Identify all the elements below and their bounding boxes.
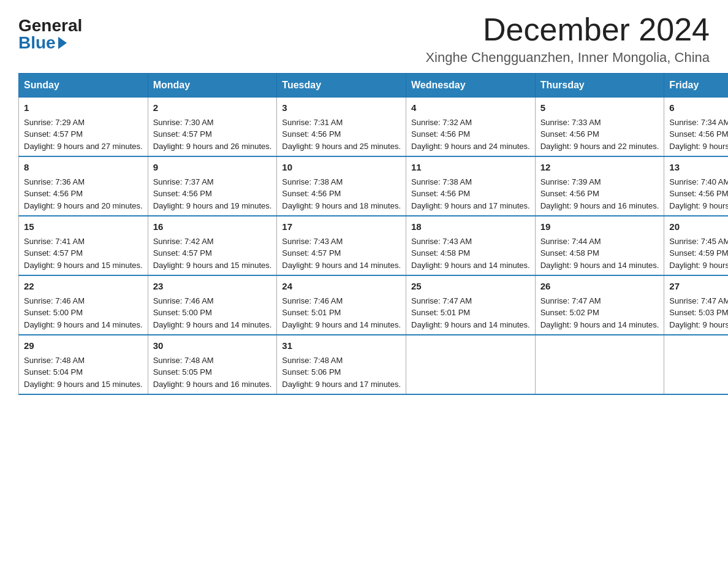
day-number: 13 <box>669 161 728 175</box>
sunrise-info: Sunrise: 7:41 AM <box>24 237 85 246</box>
calendar-day-cell: 25 Sunrise: 7:47 AM Sunset: 5:01 PM Dayl… <box>406 275 536 335</box>
days-of-week-row: SundayMondayTuesdayWednesdayThursdayFrid… <box>19 74 729 98</box>
sunset-info: Sunset: 4:57 PM <box>282 248 341 258</box>
page-header: General Blue December 2024 Xinghe Chengg… <box>18 12 710 66</box>
sunset-info: Sunset: 4:57 PM <box>24 129 83 139</box>
sunrise-info: Sunrise: 7:37 AM <box>153 177 214 186</box>
daylight-info: Daylight: 9 hours and 14 minutes. <box>540 320 659 329</box>
calendar-day-cell: 18 Sunrise: 7:43 AM Sunset: 4:58 PM Dayl… <box>406 216 536 275</box>
day-of-week-header: Wednesday <box>406 74 536 98</box>
sunset-info: Sunset: 4:56 PM <box>153 189 212 198</box>
calendar-day-cell: 1 Sunrise: 7:29 AM Sunset: 4:57 PM Dayli… <box>19 98 148 157</box>
daylight-info: Daylight: 9 hours and 18 minutes. <box>282 201 401 210</box>
day-number: 18 <box>411 220 530 234</box>
daylight-info: Daylight: 9 hours and 14 minutes. <box>411 261 530 270</box>
daylight-info: Daylight: 9 hours and 14 minutes. <box>540 261 659 270</box>
daylight-info: Daylight: 9 hours and 17 minutes. <box>411 201 530 210</box>
daylight-info: Daylight: 9 hours and 22 minutes. <box>540 142 659 151</box>
sunset-info: Sunset: 4:56 PM <box>669 189 728 198</box>
day-number: 10 <box>282 161 401 175</box>
day-number: 22 <box>24 280 143 294</box>
day-number: 12 <box>540 161 659 175</box>
sunset-info: Sunset: 4:57 PM <box>24 248 83 258</box>
calendar-day-cell: 16 Sunrise: 7:42 AM Sunset: 4:57 PM Dayl… <box>148 216 277 275</box>
sunrise-info: Sunrise: 7:34 AM <box>669 118 728 127</box>
day-of-week-header: Sunday <box>19 74 148 98</box>
calendar-day-cell: 13 Sunrise: 7:40 AM Sunset: 4:56 PM Dayl… <box>664 156 728 216</box>
day-number: 16 <box>153 220 272 234</box>
daylight-info: Daylight: 9 hours and 26 minutes. <box>153 142 272 151</box>
sunset-info: Sunset: 4:57 PM <box>153 129 212 139</box>
calendar-day-cell: 4 Sunrise: 7:32 AM Sunset: 4:56 PM Dayli… <box>406 98 536 157</box>
sunrise-info: Sunrise: 7:43 AM <box>411 237 472 246</box>
day-number: 15 <box>24 220 143 234</box>
calendar-week-row: 8 Sunrise: 7:36 AM Sunset: 4:56 PM Dayli… <box>19 156 729 216</box>
sunrise-info: Sunrise: 7:31 AM <box>282 118 343 127</box>
day-of-week-header: Monday <box>148 74 277 98</box>
sunrise-info: Sunrise: 7:38 AM <box>411 177 472 186</box>
daylight-info: Daylight: 9 hours and 14 minutes. <box>411 320 530 329</box>
logo: General Blue <box>18 17 82 52</box>
calendar-day-cell: 29 Sunrise: 7:48 AM Sunset: 5:04 PM Dayl… <box>19 335 148 394</box>
sunrise-info: Sunrise: 7:45 AM <box>669 237 728 246</box>
sunrise-info: Sunrise: 7:47 AM <box>540 296 601 305</box>
day-number: 19 <box>540 220 659 234</box>
main-title: December 2024 <box>425 12 710 47</box>
sunrise-info: Sunrise: 7:44 AM <box>540 237 601 246</box>
daylight-info: Daylight: 9 hours and 15 minutes. <box>24 380 143 389</box>
daylight-info: Daylight: 9 hours and 14 minutes. <box>153 320 272 329</box>
calendar-week-row: 15 Sunrise: 7:41 AM Sunset: 4:57 PM Dayl… <box>19 216 729 275</box>
sunrise-info: Sunrise: 7:48 AM <box>282 356 343 365</box>
daylight-info: Daylight: 9 hours and 24 minutes. <box>411 142 530 151</box>
calendar-day-cell: 15 Sunrise: 7:41 AM Sunset: 4:57 PM Dayl… <box>19 216 148 275</box>
sunset-info: Sunset: 5:02 PM <box>540 308 599 317</box>
sunset-info: Sunset: 5:01 PM <box>411 308 470 317</box>
subtitle: Xinghe Chengguanzhen, Inner Mongolia, Ch… <box>425 50 710 66</box>
daylight-info: Daylight: 9 hours and 20 minutes. <box>24 201 143 210</box>
calendar-day-cell: 22 Sunrise: 7:46 AM Sunset: 5:00 PM Dayl… <box>19 275 148 335</box>
calendar-week-row: 1 Sunrise: 7:29 AM Sunset: 4:57 PM Dayli… <box>19 98 729 157</box>
sunset-info: Sunset: 4:56 PM <box>282 189 341 198</box>
day-number: 31 <box>282 339 401 353</box>
sunset-info: Sunset: 4:56 PM <box>411 129 470 139</box>
daylight-info: Daylight: 9 hours and 14 minutes. <box>282 261 401 270</box>
sunset-info: Sunset: 4:56 PM <box>540 129 599 139</box>
day-number: 29 <box>24 339 143 353</box>
sunrise-info: Sunrise: 7:29 AM <box>24 118 85 127</box>
day-number: 27 <box>669 280 728 294</box>
daylight-info: Daylight: 9 hours and 21 minutes. <box>669 142 728 151</box>
sunset-info: Sunset: 5:01 PM <box>282 308 341 317</box>
day-number: 24 <box>282 280 401 294</box>
calendar-week-row: 29 Sunrise: 7:48 AM Sunset: 5:04 PM Dayl… <box>19 335 729 394</box>
sunset-info: Sunset: 4:56 PM <box>24 189 83 198</box>
sunrise-info: Sunrise: 7:40 AM <box>669 177 728 186</box>
calendar-day-cell: 10 Sunrise: 7:38 AM Sunset: 4:56 PM Dayl… <box>277 156 406 216</box>
calendar-day-cell: 3 Sunrise: 7:31 AM Sunset: 4:56 PM Dayli… <box>277 98 406 157</box>
sunset-info: Sunset: 4:59 PM <box>669 248 728 258</box>
day-number: 23 <box>153 280 272 294</box>
calendar-day-cell: 2 Sunrise: 7:30 AM Sunset: 4:57 PM Dayli… <box>148 98 277 157</box>
daylight-info: Daylight: 9 hours and 15 minutes. <box>24 261 143 270</box>
calendar-day-cell: 26 Sunrise: 7:47 AM Sunset: 5:02 PM Dayl… <box>535 275 664 335</box>
sunrise-info: Sunrise: 7:47 AM <box>669 296 728 305</box>
day-number: 1 <box>24 101 143 115</box>
sunrise-info: Sunrise: 7:48 AM <box>24 356 85 365</box>
daylight-info: Daylight: 9 hours and 16 minutes. <box>540 201 659 210</box>
sunset-info: Sunset: 5:03 PM <box>669 308 728 317</box>
day-number: 30 <box>153 339 272 353</box>
calendar-day-cell: 12 Sunrise: 7:39 AM Sunset: 4:56 PM Dayl… <box>535 156 664 216</box>
logo-triangle-icon <box>58 37 67 49</box>
sunrise-info: Sunrise: 7:42 AM <box>153 237 214 246</box>
logo-blue-label: Blue <box>18 34 56 52</box>
day-number: 9 <box>153 161 272 175</box>
sunrise-info: Sunrise: 7:39 AM <box>540 177 601 186</box>
calendar-body: 1 Sunrise: 7:29 AM Sunset: 4:57 PM Dayli… <box>19 98 729 395</box>
day-number: 3 <box>282 101 401 115</box>
calendar-day-cell: 23 Sunrise: 7:46 AM Sunset: 5:00 PM Dayl… <box>148 275 277 335</box>
calendar-day-cell <box>406 335 536 394</box>
day-number: 17 <box>282 220 401 234</box>
calendar-day-cell: 9 Sunrise: 7:37 AM Sunset: 4:56 PM Dayli… <box>148 156 277 216</box>
daylight-info: Daylight: 9 hours and 17 minutes. <box>282 380 401 389</box>
day-number: 5 <box>540 101 659 115</box>
daylight-info: Daylight: 9 hours and 14 minutes. <box>24 320 143 329</box>
